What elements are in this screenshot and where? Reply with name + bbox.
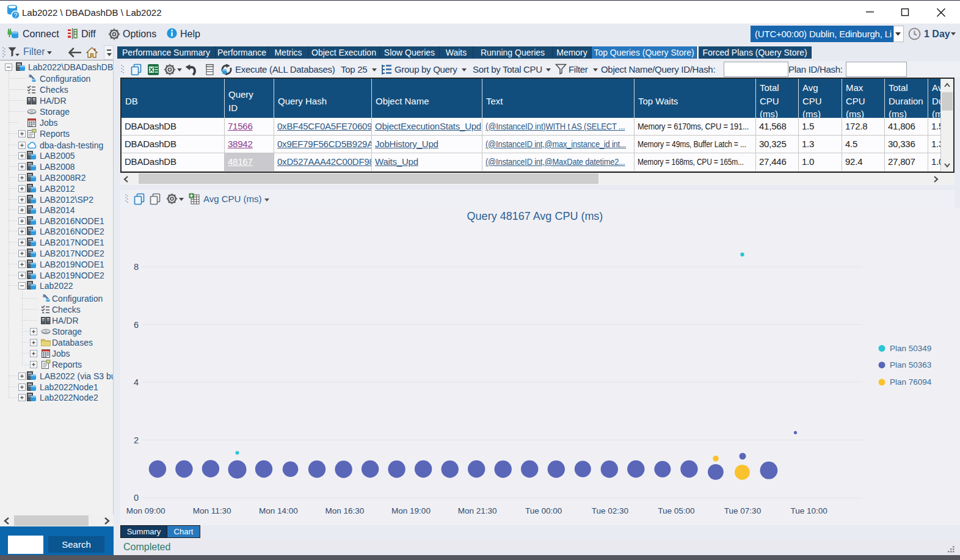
svg-text:Mon 16:30: Mon 16:30 <box>325 506 365 515</box>
svg-text:6: 6 <box>134 320 139 330</box>
svg-text:Tue 00:00: Tue 00:00 <box>525 506 562 515</box>
svg-text:Tue 05:00: Tue 05:00 <box>658 506 694 515</box>
svg-text:Mon 19:00: Mon 19:00 <box>391 506 431 515</box>
svg-text:Tue 02:30: Tue 02:30 <box>592 506 628 515</box>
svg-text:2: 2 <box>134 435 139 445</box>
svg-text:Tue 07:30: Tue 07:30 <box>724 506 761 515</box>
svg-text:Mon 09:00: Mon 09:00 <box>126 506 165 515</box>
svg-text:Mon 14:00: Mon 14:00 <box>259 506 298 515</box>
svg-text:Plan 50349: Plan 50349 <box>890 344 931 353</box>
svg-text:Query 48167 Avg CPU (ms): Query 48167 Avg CPU (ms) <box>467 210 603 222</box>
svg-text:Mon 21:30: Mon 21:30 <box>458 506 497 515</box>
svg-text:0: 0 <box>134 493 139 503</box>
svg-text:Plan 76094: Plan 76094 <box>890 377 932 387</box>
svg-text:Mon 11:30: Mon 11:30 <box>193 506 231 515</box>
svg-text:?: ? <box>14 12 18 19</box>
svg-text:Tue 10:00: Tue 10:00 <box>790 506 827 515</box>
svg-text:4: 4 <box>134 377 139 387</box>
svg-text:Plan 50363: Plan 50363 <box>890 360 931 369</box>
svg-text:8: 8 <box>134 262 139 272</box>
